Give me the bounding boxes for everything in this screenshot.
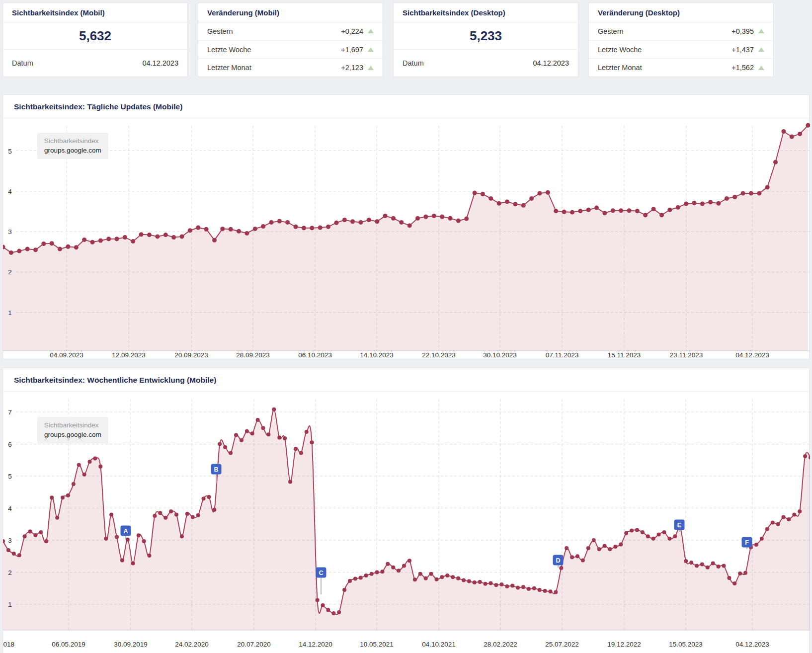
data-point-dot[interactable] [196, 513, 200, 517]
data-point-dot[interactable] [12, 552, 16, 556]
data-point-dot[interactable] [478, 580, 482, 584]
data-point-dot[interactable] [169, 509, 173, 513]
data-point-dot[interactable] [711, 561, 715, 565]
data-point-dot[interactable] [657, 532, 661, 536]
data-point-dot[interactable] [521, 203, 526, 208]
data-point-dot[interactable] [456, 576, 460, 580]
data-point-dot[interactable] [370, 572, 374, 576]
data-point-dot[interactable] [462, 578, 466, 582]
data-point-dot[interactable] [337, 610, 341, 614]
data-point-dot[interactable] [188, 228, 192, 233]
data-point-dot[interactable] [725, 196, 729, 201]
data-point-dot[interactable] [673, 534, 677, 538]
data-point-dot[interactable] [6, 548, 10, 552]
data-point-dot[interactable] [229, 227, 233, 232]
data-point-dot[interactable] [153, 514, 157, 518]
data-point-dot[interactable] [798, 132, 802, 136]
data-point-dot[interactable] [597, 547, 601, 551]
data-point-dot[interactable] [757, 191, 761, 195]
data-point-dot[interactable] [131, 561, 135, 565]
data-point-dot[interactable] [717, 201, 721, 206]
data-point-dot[interactable] [245, 429, 249, 433]
data-point-dot[interactable] [66, 245, 70, 249]
data-point-dot[interactable] [407, 559, 411, 563]
data-point-dot[interactable] [77, 463, 81, 467]
data-point-dot[interactable] [277, 219, 282, 224]
data-point-dot[interactable] [174, 512, 178, 516]
data-point-dot[interactable] [386, 562, 390, 566]
data-point-dot[interactable] [559, 566, 563, 570]
data-point-dot[interactable] [732, 581, 736, 585]
data-point-dot[interactable] [494, 583, 498, 587]
data-point-dot[interactable] [294, 225, 298, 229]
data-point-dot[interactable] [651, 537, 655, 541]
data-point-dot[interactable] [765, 185, 770, 189]
data-point-dot[interactable] [635, 528, 639, 532]
data-point-dot[interactable] [516, 586, 520, 590]
data-point-dot[interactable] [50, 495, 54, 499]
data-point-dot[interactable] [532, 586, 536, 590]
data-point-dot[interactable] [88, 460, 92, 464]
data-point-dot[interactable] [440, 215, 444, 219]
data-point-dot[interactable] [55, 516, 59, 520]
data-point-dot[interactable] [72, 482, 76, 486]
data-point-dot[interactable] [538, 191, 542, 195]
data-point-dot[interactable] [646, 534, 650, 538]
data-point-dot[interactable] [82, 473, 86, 477]
data-point-dot[interactable] [137, 533, 141, 537]
data-point-dot[interactable] [415, 216, 420, 221]
data-point-dot[interactable] [28, 530, 32, 534]
data-point-dot[interactable] [163, 516, 167, 520]
data-point-dot[interactable] [212, 238, 217, 243]
data-point-dot[interactable] [676, 205, 680, 210]
data-point-dot[interactable] [562, 210, 567, 214]
data-point-dot[interactable] [41, 242, 46, 246]
data-point-dot[interactable] [148, 554, 152, 558]
data-point-dot[interactable] [202, 496, 206, 500]
data-point-dot[interactable] [269, 220, 274, 225]
data-point-dot[interactable] [473, 580, 477, 584]
data-point-dot[interactable] [326, 225, 330, 229]
data-point-dot[interactable] [44, 539, 48, 543]
data-point-dot[interactable] [445, 573, 449, 577]
data-point-dot[interactable] [310, 226, 314, 230]
data-point-dot[interactable] [521, 585, 525, 589]
data-point-dot[interactable] [413, 577, 417, 581]
data-point-dot[interactable] [662, 530, 666, 534]
data-point-dot[interactable] [163, 233, 168, 237]
data-point-dot[interactable] [554, 590, 558, 594]
data-point-dot[interactable] [402, 564, 406, 568]
data-point-dot[interactable] [33, 247, 38, 252]
data-point-dot[interactable] [342, 588, 346, 592]
data-point-dot[interactable] [334, 221, 338, 225]
data-point-dot[interactable] [350, 219, 355, 224]
data-point-dot[interactable] [90, 240, 95, 245]
data-point-dot[interactable] [131, 239, 135, 244]
data-point-dot[interactable] [196, 226, 200, 230]
data-point-dot[interactable] [266, 432, 270, 436]
data-point-dot[interactable] [692, 201, 696, 205]
data-point-dot[interactable] [364, 573, 368, 577]
data-point-dot[interactable] [223, 445, 227, 449]
data-point-dot[interactable] [440, 575, 444, 579]
data-point-dot[interactable] [727, 576, 731, 580]
event-pin-F[interactable]: F [742, 537, 752, 550]
data-point-dot[interactable] [619, 542, 623, 546]
data-point-dot[interactable] [272, 408, 276, 411]
data-point-dot[interactable] [367, 218, 371, 222]
data-point-dot[interactable] [643, 213, 648, 217]
data-point-dot[interactable] [283, 436, 287, 440]
data-point-dot[interactable] [543, 589, 547, 593]
data-point-dot[interactable] [261, 426, 265, 430]
data-point-dot[interactable] [191, 515, 195, 519]
data-point-dot[interactable] [684, 202, 688, 206]
data-point-dot[interactable] [689, 561, 693, 565]
data-point-dot[interactable] [229, 451, 233, 455]
event-pin-C[interactable]: C [316, 568, 326, 595]
data-point-dot[interactable] [602, 211, 607, 215]
data-point-dot[interactable] [554, 209, 558, 213]
data-point-dot[interactable] [695, 564, 699, 568]
data-point-dot[interactable] [423, 215, 428, 219]
data-point-dot[interactable] [180, 534, 184, 538]
data-point-dot[interactable] [61, 495, 65, 499]
